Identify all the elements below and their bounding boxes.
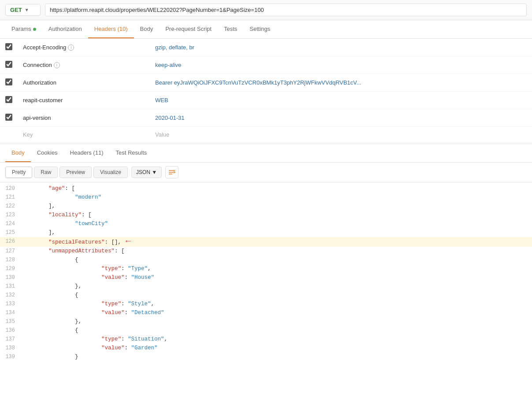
json-plain: : [], [105,239,122,245]
json-plain: : [125,274,131,281]
format-btn-pretty[interactable]: Pretty [5,167,32,178]
code-line: 126 "specialFeatures": [],← [0,237,532,247]
code-line: 120 "age": [ [0,184,532,193]
header-checkbox[interactable] [5,96,12,103]
code-line: 124 "townCity" [0,219,532,228]
line-number: 122 [0,202,22,211]
json-label: JSON [136,169,150,175]
key-placeholder[interactable]: Key [18,127,150,143]
req-tab-params[interactable]: Params [5,20,42,38]
json-plain: { [75,292,78,298]
req-tab-authorization[interactable]: Authorization [42,20,88,38]
headers-table: Accept-Encodingi gzip, deflate, br Conne… [0,39,532,143]
format-bar: PrettyRawPreviewVisualizeJSON ▼ [0,163,532,182]
code-line: 123 "locality": [ [0,211,532,219]
line-number: 136 [0,326,22,335]
wrap-lines-icon[interactable] [165,166,179,178]
method-label: GET [10,7,22,13]
code-line: 133 "type": "Style", [0,300,532,308]
header-row: api-version 2020-01-31 [0,109,532,127]
code-line: 132 { [0,291,532,300]
line-number: 128 [0,256,22,264]
header-key: reapit-customer [18,92,150,109]
json-plain: { [75,257,78,263]
code-content: "locality": [ [22,211,92,219]
value-placeholder[interactable]: Value [150,127,532,143]
code-content: "type": "Situation", [22,335,167,344]
chevron-down-icon: ▼ [25,7,29,12]
header-row: Accept-Encodingi gzip, deflate, br [0,39,532,56]
request-tabs: ParamsAuthorizationHeaders (10)BodyPre-r… [0,20,532,39]
line-number: 131 [0,282,22,291]
code-line: 122 ], [0,202,532,211]
header-row: reapit-customer WEB [0,92,532,109]
json-plain: : [121,301,128,307]
req-tab-tests[interactable]: Tests [218,20,243,38]
line-number: 139 [0,352,22,361]
json-key: "specialFeatures" [48,239,105,245]
req-tab-settings[interactable]: Settings [243,20,276,38]
line-number: 137 [0,335,22,344]
json-plain: : [121,336,128,342]
resp-tab-body[interactable]: Body [5,144,31,162]
response-tabs: BodyCookiesHeaders (11)Test Results [0,144,532,163]
format-btn-raw[interactable]: Raw [34,167,58,178]
code-content: { [22,291,78,300]
method-selector[interactable]: GET ▼ [5,4,41,16]
code-content: "value": "Detached" [22,308,164,317]
json-plain: : [ [82,212,92,218]
json-key: "unmappedAttributes" [48,248,115,254]
resp-tab-test_results[interactable]: Test Results [109,144,153,162]
line-number: 129 [0,264,22,273]
line-number: 138 [0,344,22,352]
code-line: 125 ], [0,228,532,237]
json-key: "value" [101,274,125,281]
code-content: "age": [ [22,184,75,193]
code-content: "value": "House" [22,273,154,282]
header-checkbox[interactable] [5,61,12,68]
line-number: 134 [0,308,22,317]
json-key: "age" [48,185,65,192]
code-line: 127 "unmappedAttributes": [ [0,247,532,256]
json-plain: }, [75,283,82,289]
header-checkbox[interactable] [5,114,12,121]
header-checkbox[interactable] [5,43,12,50]
line-number: 120 [0,184,22,193]
header-empty-row: Key Value [0,127,532,143]
req-tab-body[interactable]: Body [134,20,160,38]
json-string: "modern" [75,194,101,200]
code-line: 128 { [0,256,532,264]
line-number: 127 [0,247,22,256]
json-key: "type" [101,301,121,307]
code-content: "type": "Style", [22,300,154,308]
info-icon[interactable]: i [68,44,74,51]
header-checkbox[interactable] [5,78,12,85]
json-plain: : [125,310,131,316]
format-btn-visualize[interactable]: Visualize [93,167,128,178]
req-tab-headers[interactable]: Headers (10) [88,20,134,38]
header-value: WEB [150,92,532,109]
code-content: "modern" [22,193,101,202]
info-icon[interactable]: i [54,62,60,68]
json-format-selector[interactable]: JSON ▼ [131,167,162,178]
json-plain: , [148,266,151,272]
line-number: 121 [0,193,22,202]
code-content: "type": "Type", [22,264,151,273]
code-line: 134 "value": "Detached" [0,308,532,317]
json-plain: : [121,266,128,272]
top-bar: GET ▼ [0,0,532,20]
code-content: ], [22,202,55,211]
code-line: 131 }, [0,282,532,291]
resp-tab-headers[interactable]: Headers (11) [64,144,110,162]
req-tab-prerequest[interactable]: Pre-request Script [159,20,218,38]
header-value: keep-alive [150,56,532,74]
header-key: api-version [18,109,150,127]
url-input[interactable] [45,4,527,16]
resp-tab-cookies[interactable]: Cookies [31,144,64,162]
code-content: { [22,326,78,335]
code-line: 137 "type": "Situation", [0,335,532,344]
json-plain: ], [48,230,55,236]
line-number: 123 [0,211,22,219]
header-key: Connectioni [18,56,150,74]
format-btn-preview[interactable]: Preview [60,167,92,178]
